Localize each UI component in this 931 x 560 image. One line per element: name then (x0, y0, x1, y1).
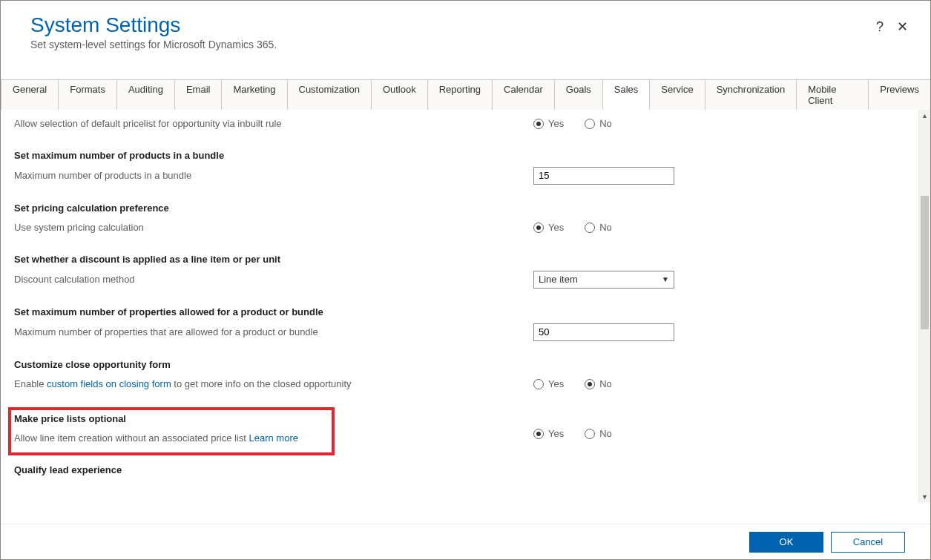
radio-icon (533, 429, 544, 439)
label-discount: Discount calculation method (14, 274, 533, 285)
radio-pricelists-optional: Yes No (533, 428, 917, 439)
radio-icon (533, 379, 544, 389)
link-custom-fields[interactable]: custom fields on closing form (47, 378, 171, 389)
tab-service[interactable]: Service (649, 79, 705, 110)
radio-icon (585, 379, 595, 389)
scroll-thumb[interactable] (921, 196, 929, 329)
section-close-opp: Customize close opportunity form (14, 359, 917, 370)
row-max-bundle: Maximum number of products in a bundle (14, 165, 917, 186)
radio-pricing-pref-no[interactable]: No (585, 222, 612, 233)
section-max-bundle: Set maximum number of products in a bund… (14, 150, 917, 161)
section-max-props: Set maximum number of properties allowed… (14, 306, 917, 317)
radio-icon (533, 119, 544, 129)
radio-default-pricelist-no[interactable]: No (585, 118, 612, 129)
radio-pricelists-yes[interactable]: Yes (533, 428, 564, 439)
row-discount: Discount calculation method Line item ▼ (14, 269, 917, 290)
header-icons: ? ✕ (876, 14, 908, 35)
radio-default-pricelist-yes[interactable]: Yes (533, 118, 564, 129)
tab-reporting[interactable]: Reporting (427, 79, 493, 110)
tab-email[interactable]: Email (174, 79, 223, 110)
close-icon[interactable]: ✕ (897, 19, 908, 35)
control-max-props (533, 323, 917, 341)
row-close-opp: Enable custom fields on closing form to … (14, 375, 917, 394)
tab-sales[interactable]: Sales (602, 79, 651, 110)
radio-close-opp-yes[interactable]: Yes (533, 378, 564, 389)
input-max-props[interactable] (533, 323, 674, 341)
tab-goals[interactable]: Goals (554, 79, 603, 110)
dialog-footer: OK Cancel (1, 524, 930, 559)
cancel-button[interactable]: Cancel (831, 532, 905, 553)
label-pricelists-optional: Allow line item creation without an asso… (11, 432, 298, 444)
label-pricing-pref: Use system pricing calculation (14, 222, 533, 233)
radio-pricing-pref: Yes No (533, 222, 917, 233)
settings-content: Set whether the default pricelist for an… (1, 110, 930, 503)
radio-close-opp-no[interactable]: No (585, 378, 612, 389)
section-pricelists-optional: Make price lists optional (11, 413, 327, 424)
tab-calendar[interactable]: Calendar (492, 79, 555, 110)
tab-strip: GeneralFormatsAuditingEmailMarketingCust… (1, 79, 930, 110)
select-discount-value: Line item (539, 274, 578, 285)
vertical-scrollbar[interactable]: ▲ ▼ (918, 110, 930, 503)
label-close-opp: Enable custom fields on closing form to … (14, 378, 533, 389)
label-max-props: Maximum number of properties that are al… (14, 326, 533, 337)
input-max-bundle[interactable] (533, 167, 674, 185)
tab-mobile-client[interactable]: Mobile Client (796, 79, 869, 110)
section-discount: Set whether a discount is applied as a l… (14, 254, 917, 265)
radio-icon (585, 223, 595, 233)
section-qualify-lead: Qualify lead experience (14, 464, 917, 475)
control-discount: Line item ▼ (533, 271, 917, 289)
tab-customization[interactable]: Customization (287, 79, 372, 110)
tab-synchronization[interactable]: Synchronization (705, 79, 797, 110)
label-max-bundle: Maximum number of products in a bundle (14, 170, 533, 181)
scroll-up-icon[interactable]: ▲ (919, 110, 930, 122)
scroll-down-icon[interactable]: ▼ (919, 491, 930, 503)
page-subtitle: Set system-level settings for Microsoft … (30, 39, 277, 50)
link-learn-more[interactable]: Learn more (249, 432, 297, 444)
tab-marketing[interactable]: Marketing (221, 79, 287, 110)
dialog-header: System Settings Set system-level setting… (1, 1, 930, 58)
row-max-props: Maximum number of properties that are al… (14, 322, 917, 343)
radio-pricing-pref-yes[interactable]: Yes (533, 222, 564, 233)
page-title: System Settings (30, 14, 277, 37)
help-icon[interactable]: ? (876, 19, 884, 35)
ok-button[interactable]: OK (749, 532, 823, 553)
tab-general[interactable]: General (1, 79, 59, 110)
title-block: System Settings Set system-level setting… (30, 14, 277, 50)
row-default-pricelist: Allow selection of default pricelist for… (14, 114, 917, 134)
radio-default-pricelist: Yes No (533, 118, 917, 129)
tab-formats[interactable]: Formats (58, 79, 117, 110)
label-default-pricelist: Allow selection of default pricelist for… (14, 118, 533, 129)
select-discount-method[interactable]: Line item ▼ (533, 271, 674, 289)
tab-previews[interactable]: Previews (868, 79, 931, 110)
radio-icon (533, 223, 544, 233)
section-pricing-pref: Set pricing calculation preference (14, 202, 917, 214)
tab-auditing[interactable]: Auditing (116, 79, 175, 110)
content-wrap: Set whether the default pricelist for an… (1, 110, 930, 503)
radio-pricelists-no[interactable]: No (585, 428, 612, 439)
radio-icon (585, 119, 595, 129)
row-pricing-pref: Use system pricing calculation Yes No (14, 218, 917, 237)
radio-icon (585, 429, 595, 439)
chevron-down-icon: ▼ (662, 275, 669, 283)
radio-close-opp: Yes No (533, 378, 917, 389)
tab-outlook[interactable]: Outlook (371, 79, 428, 110)
control-max-bundle (533, 167, 917, 185)
